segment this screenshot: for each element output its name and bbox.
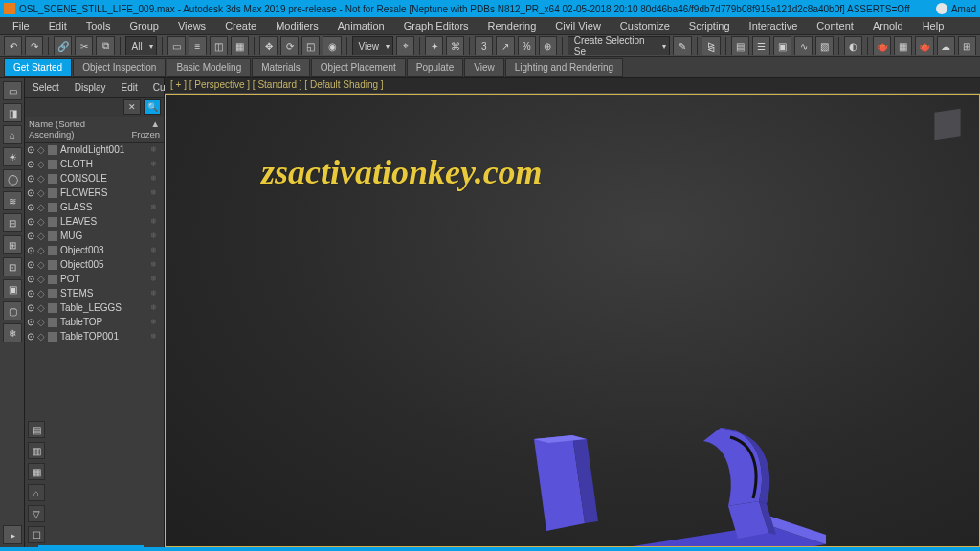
tool-select-icon[interactable]: ▭ (3, 81, 22, 100)
scene-tab-select[interactable]: Select (25, 82, 67, 93)
tool-spacewarp-icon[interactable]: ⊡ (3, 257, 22, 276)
menu-customize[interactable]: Customize (611, 20, 679, 32)
visibility-icon[interactable]: ⊙ (27, 302, 34, 313)
scene-item[interactable]: ⊙◇TableTOP001❄ (25, 329, 164, 343)
tool-light-icon[interactable]: ☀ (3, 147, 22, 166)
tool-expand-icon[interactable]: ▸ (3, 525, 22, 544)
viewcube-icon[interactable] (925, 102, 969, 146)
selection-filter-dropdown[interactable]: All (125, 36, 157, 55)
select-object-button[interactable]: ▭ (167, 36, 186, 55)
scene-item[interactable]: ⊙◇Object003❄ (25, 243, 164, 257)
render-frame-button[interactable]: ▦ (894, 36, 912, 55)
render-online-button[interactable]: ☁ (937, 36, 955, 55)
expand-icon[interactable]: ◇ (37, 159, 45, 169)
scene-item[interactable]: ⊙◇LEAVES❄ (25, 214, 164, 229)
menu-grapheditors[interactable]: Graph Editors (394, 20, 479, 32)
menu-scripting[interactable]: Scripting (679, 20, 740, 32)
menu-tools[interactable]: Tools (77, 20, 121, 32)
curve-editor-button[interactable]: ∿ (794, 36, 813, 55)
tool-shape-icon[interactable]: ◯ (3, 169, 22, 188)
angle-snap-button[interactable]: ↗ (496, 36, 514, 55)
visibility-icon[interactable]: ⊙ (27, 159, 34, 169)
visibility-icon[interactable]: ⊙ (27, 259, 34, 270)
selection-set-edit-button[interactable]: ✎ (673, 36, 691, 55)
scene-item[interactable]: ⊙◇CLOTH❄ (25, 157, 164, 171)
scene-item[interactable]: ⊙◇Table_LEGGS❄ (25, 300, 164, 315)
expand-icon[interactable]: ◇ (37, 173, 45, 184)
scene-item[interactable]: ⊙◇STEMS❄ (25, 286, 164, 300)
render-setup-button[interactable]: 🫖 (873, 36, 891, 55)
frozen-icon[interactable]: ❄ (150, 145, 162, 154)
tool-camera-icon[interactable]: ⌂ (3, 125, 22, 144)
visibility-icon[interactable]: ⊙ (27, 245, 34, 255)
undo-button[interactable]: ↶ (4, 36, 22, 55)
user-badge[interactable]: Amad (936, 3, 976, 14)
schematic-view-button[interactable]: ▧ (815, 36, 834, 55)
tool-bone-icon[interactable]: ⊟ (3, 213, 22, 232)
visibility-icon[interactable]: ⊙ (27, 331, 34, 342)
ref-coord-dropdown[interactable]: View (352, 36, 394, 55)
frozen-icon[interactable]: ❄ (150, 217, 162, 226)
redo-button[interactable]: ↷ (25, 36, 43, 55)
tool-container-icon[interactable]: ▢ (3, 301, 22, 320)
frozen-icon[interactable]: ❄ (150, 303, 162, 312)
menu-interactive[interactable]: Interactive (740, 20, 808, 32)
scene-item[interactable]: ⊙◇CONSOLE❄ (25, 171, 164, 186)
visibility-icon[interactable]: ⊙ (27, 231, 34, 241)
scene-tool-e-icon[interactable]: ▽ (28, 505, 45, 522)
visibility-icon[interactable]: ⊙ (27, 173, 34, 184)
ribbon-tab-materials[interactable]: Materials (252, 58, 310, 77)
ribbon-tab-object-inspection[interactable]: Object Inspection (73, 58, 166, 77)
tool-layers-icon[interactable]: ≋ (3, 191, 22, 210)
menu-group[interactable]: Group (120, 20, 168, 32)
menu-create[interactable]: Create (215, 20, 266, 32)
expand-icon[interactable]: ◇ (37, 187, 45, 198)
named-selection-dropdown[interactable]: Create Selection Se (568, 36, 671, 55)
bind-button[interactable]: ⧉ (96, 36, 114, 55)
select-name-button[interactable]: ≡ (189, 36, 207, 55)
menu-animation[interactable]: Animation (328, 20, 394, 32)
ribbon-tab-get-started[interactable]: Get Started (4, 58, 72, 77)
expand-icon[interactable]: ◇ (37, 202, 45, 212)
table-leg-object[interactable] (481, 410, 835, 547)
scene-tool-c-icon[interactable]: ▦ (28, 463, 45, 480)
frozen-icon[interactable]: ❄ (150, 160, 162, 168)
visibility-icon[interactable]: ⊙ (27, 187, 34, 198)
visibility-icon[interactable]: ⊙ (27, 288, 34, 298)
scene-clear-icon[interactable]: ✕ (123, 99, 141, 115)
menu-views[interactable]: Views (168, 20, 215, 32)
expand-icon[interactable]: ◇ (37, 216, 45, 227)
menu-modifiers[interactable]: Modifiers (266, 20, 328, 32)
frozen-icon[interactable]: ❄ (150, 246, 162, 254)
visibility-icon[interactable]: ⊙ (27, 317, 34, 327)
tool-helper-icon[interactable]: ⊞ (3, 235, 22, 254)
placement-button[interactable]: ◉ (323, 36, 341, 55)
frozen-icon[interactable]: ❄ (150, 231, 162, 240)
link-button[interactable]: 🔗 (54, 36, 72, 55)
spinner-snap-button[interactable]: ⊕ (539, 36, 557, 55)
frozen-icon[interactable]: ❄ (150, 188, 162, 197)
ribbon-tab-view[interactable]: View (464, 58, 504, 77)
menu-file[interactable]: File (3, 20, 39, 32)
move-button[interactable]: ✥ (259, 36, 278, 55)
scene-item[interactable]: ⊙◇FLOWERS❄ (25, 186, 164, 200)
scene-tool-f-icon[interactable]: ☐ (28, 526, 45, 543)
menu-help[interactable]: Help (913, 20, 954, 32)
visibility-icon[interactable]: ⊙ (27, 216, 34, 227)
rotate-button[interactable]: ⟳ (280, 36, 299, 55)
tool-frozen-icon[interactable]: ❄ (3, 323, 22, 342)
menu-arnold[interactable]: Arnold (863, 20, 913, 32)
mirror-button[interactable]: ⧎ (702, 36, 720, 55)
scale-button[interactable]: ◱ (301, 36, 320, 55)
frozen-icon[interactable]: ❄ (150, 332, 162, 341)
frozen-icon[interactable]: ❄ (150, 318, 162, 326)
expand-icon[interactable]: ◇ (37, 317, 45, 327)
visibility-icon[interactable]: ⊙ (27, 274, 34, 284)
expand-icon[interactable]: ◇ (37, 245, 45, 255)
window-crossing-button[interactable]: ▦ (231, 36, 249, 55)
percent-snap-button[interactable]: % (518, 36, 536, 55)
menu-content[interactable]: Content (807, 20, 863, 32)
visibility-icon[interactable]: ⊙ (27, 144, 34, 155)
expand-icon[interactable]: ◇ (37, 231, 45, 241)
ribbon-tab-populate[interactable]: Populate (407, 58, 463, 77)
